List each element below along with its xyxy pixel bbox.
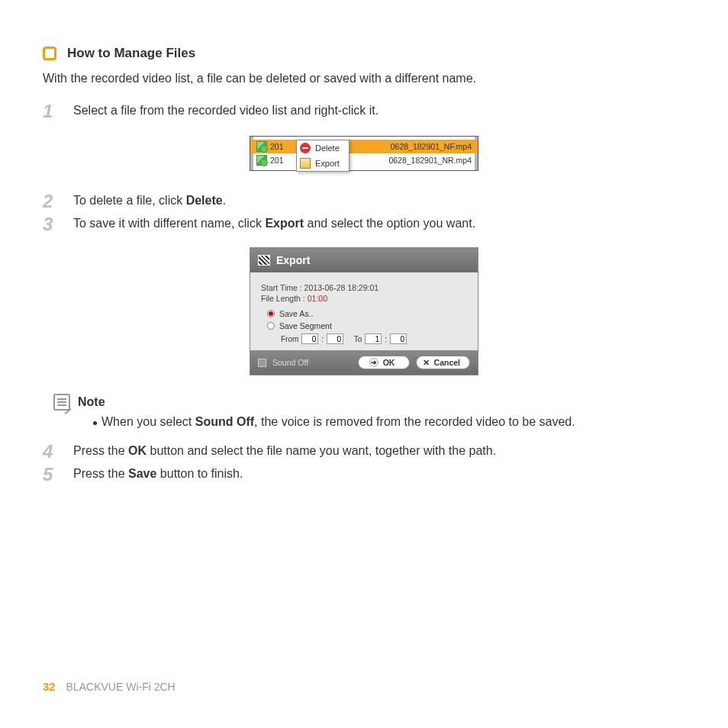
- file-list-screenshot: 201 0628_182901_NF.mp4 201 0628_182901_N…: [250, 136, 478, 171]
- from-sec-input[interactable]: [327, 333, 343, 344]
- export-title: Export: [276, 254, 310, 266]
- step-number: 5: [43, 465, 60, 484]
- step-number: 3: [43, 215, 60, 234]
- arrow-icon: ➜: [369, 358, 378, 367]
- cancel-label: Cancel: [434, 358, 460, 367]
- bullet-icon: [93, 421, 97, 425]
- ok-button[interactable]: ➜ OK: [358, 356, 410, 369]
- step-2: 2 To delete a file, click Delete.: [43, 192, 685, 211]
- step-1: 1 Select a file from the recorded video …: [43, 102, 685, 121]
- sound-off-label: Sound Off: [272, 358, 308, 367]
- step-4: 4 Press the OK button and select the fil…: [43, 443, 685, 461]
- start-time: Start Time : 2013-06-28 18:29:01: [261, 283, 467, 292]
- note-icon: [53, 394, 70, 411]
- close-icon: ✕: [423, 358, 430, 367]
- heading-text: How to Manage Files: [67, 46, 195, 61]
- step-5: 5 Press the Save button to finish.: [43, 465, 685, 484]
- file-row-selected[interactable]: 201 0628_182901_NF.mp4: [250, 140, 478, 153]
- step-number: 1: [43, 102, 60, 121]
- to-label: To: [354, 335, 362, 343]
- option-save-segment[interactable]: Save Segment: [267, 321, 467, 330]
- from-min-input[interactable]: [301, 333, 318, 344]
- option-save-as[interactable]: Save As..: [267, 309, 467, 318]
- context-menu-delete[interactable]: Delete: [297, 140, 349, 156]
- export-footer: Sound Off ➜ OK ✕ Cancel: [250, 350, 478, 375]
- export-icon: [300, 158, 311, 169]
- export-dialog: Export Start Time : 2013-06-28 18:29:01 …: [250, 247, 478, 375]
- section-heading: How to Manage Files: [43, 46, 685, 61]
- intro-text: With the recorded video list, a file can…: [43, 72, 685, 85]
- radio-icon: [267, 322, 275, 330]
- export-body: Start Time : 2013-06-28 18:29:01 File Le…: [250, 272, 478, 350]
- from-label: From: [281, 335, 298, 343]
- book-title: BLACKVUE Wi-Fi 2CH: [66, 681, 176, 693]
- video-file-icon: [256, 141, 267, 152]
- ok-label: OK: [383, 358, 395, 367]
- file-length: File Length : 01:00: [261, 294, 467, 303]
- option-label: Save Segment: [279, 321, 332, 330]
- radio-icon: [267, 310, 275, 317]
- delete-icon: [300, 143, 311, 153]
- step-number: 4: [43, 443, 60, 461]
- file-name-part: 0628_182901_NR.mp4: [388, 156, 472, 165]
- step-number: 2: [43, 192, 60, 211]
- file-name-part: 0628_182901_NF.mp4: [391, 142, 472, 151]
- video-file-icon: [256, 155, 267, 166]
- option-label: Save As..: [279, 309, 313, 318]
- note-label: Note: [78, 395, 105, 409]
- file-name-part: 201: [270, 156, 284, 165]
- step-3: 3 To save it with different name, click …: [43, 215, 685, 234]
- cancel-button[interactable]: ✕ Cancel: [416, 356, 470, 369]
- clapper-icon: [258, 255, 270, 266]
- context-menu: Delete Export: [296, 140, 350, 172]
- note-heading: Note: [53, 394, 685, 411]
- export-header: Export: [250, 248, 478, 272]
- file-name-part: 201: [270, 142, 284, 151]
- step-2-text: To delete a file, click Delete.: [73, 192, 226, 208]
- segment-range: From : To :: [281, 333, 467, 344]
- file-row[interactable]: 201 0628_182901_NR.mp4: [250, 153, 478, 167]
- step-1-text: Select a file from the recorded video li…: [73, 102, 378, 118]
- to-sec-input[interactable]: [390, 333, 407, 344]
- page-number: 32: [43, 680, 56, 693]
- context-menu-label: Export: [315, 159, 340, 168]
- sound-off-checkbox[interactable]: [258, 359, 266, 367]
- step-5-text: Press the Save button to finish.: [73, 465, 243, 481]
- note-body: When you select Sound Off, the voice is …: [93, 415, 685, 429]
- context-menu-label: Delete: [315, 143, 340, 153]
- context-menu-export[interactable]: Export: [297, 156, 349, 171]
- section-bullet-icon: [43, 47, 56, 60]
- step-3-text: To save it with different name, click Ex…: [73, 215, 475, 230]
- to-min-input[interactable]: [365, 333, 382, 344]
- step-4-text: Press the OK button and select the file …: [73, 443, 496, 458]
- page-footer: 32 BLACKVUE Wi-Fi 2CH: [43, 680, 176, 693]
